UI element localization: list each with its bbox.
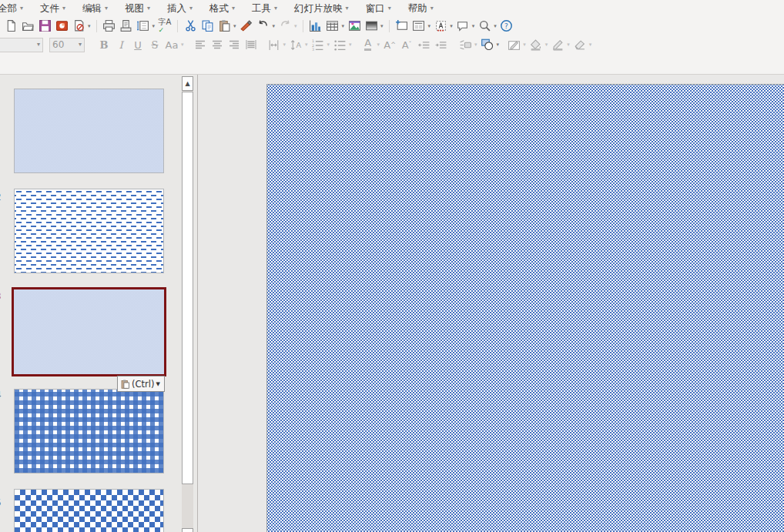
decrease-indent-button[interactable] bbox=[415, 37, 432, 53]
chevron-down-icon[interactable]: ▾ bbox=[349, 42, 352, 48]
page-setup-button[interactable] bbox=[135, 18, 152, 34]
slide-layout-button[interactable] bbox=[410, 18, 427, 34]
animation-effects-button[interactable] bbox=[457, 37, 474, 53]
numbered-list-button[interactable]: 123 bbox=[310, 37, 327, 53]
slide-thumbnail-5[interactable] bbox=[14, 489, 164, 532]
fill-color-button[interactable] bbox=[528, 37, 544, 53]
chevron-down-icon[interactable]: ▾ bbox=[233, 23, 236, 29]
chevron-down-icon[interactable]: ▾ bbox=[472, 23, 475, 29]
save-button[interactable] bbox=[36, 18, 53, 34]
text-box-button[interactable] bbox=[432, 18, 449, 34]
chevron-down-icon[interactable]: ▾ bbox=[450, 23, 453, 29]
scrollbar-thumb[interactable] bbox=[182, 92, 193, 484]
increase-font-button[interactable]: A^ bbox=[381, 37, 398, 53]
format-painter-button[interactable] bbox=[238, 18, 255, 34]
font-name-select[interactable]: ▾ bbox=[0, 38, 43, 52]
eraser-button[interactable] bbox=[571, 37, 588, 53]
comment-button[interactable] bbox=[454, 18, 471, 34]
spellcheck-button[interactable]: 字A✓ bbox=[156, 18, 173, 34]
chevron-down-icon[interactable]: ▾ bbox=[342, 23, 345, 29]
chevron-down-icon[interactable]: ▾ bbox=[497, 42, 500, 48]
menu-edit[interactable]: 编辑▾ bbox=[74, 2, 116, 15]
font-color-button[interactable]: A bbox=[360, 37, 377, 53]
justify-button[interactable] bbox=[243, 37, 260, 53]
chevron-down-icon[interactable]: ▾ bbox=[273, 23, 276, 29]
draw-freeform-button[interactable] bbox=[505, 37, 522, 53]
zoom-button[interactable] bbox=[476, 18, 493, 34]
redo-button[interactable] bbox=[276, 18, 293, 34]
thumbnail-scrollbar[interactable]: ▲ bbox=[182, 75, 194, 532]
align-right-icon bbox=[228, 38, 240, 51]
chevron-down-icon[interactable]: ▾ bbox=[474, 42, 477, 48]
slide-thumbnail-1[interactable] bbox=[14, 89, 164, 173]
chevron-down-icon[interactable]: ▾ bbox=[545, 42, 548, 48]
document-permissions-button[interactable] bbox=[70, 18, 87, 34]
bullet-list-button[interactable] bbox=[331, 37, 348, 53]
line-color-button[interactable] bbox=[549, 37, 566, 53]
undo-button[interactable] bbox=[255, 18, 272, 34]
paste-options-button[interactable]: (Ctrl) ▼ bbox=[117, 376, 165, 392]
change-case-button[interactable]: Aa bbox=[163, 37, 180, 53]
slide-canvas[interactable] bbox=[266, 84, 784, 532]
chevron-down-icon[interactable]: ▾ bbox=[283, 42, 286, 48]
align-left-button[interactable] bbox=[192, 37, 209, 53]
menu-file[interactable]: 文件▾ bbox=[32, 2, 74, 15]
page-setup-icon bbox=[136, 19, 149, 32]
scroll-up-button[interactable]: ▲ bbox=[182, 76, 193, 91]
increase-indent-button[interactable] bbox=[432, 37, 449, 53]
fill-gradient-button[interactable] bbox=[363, 18, 380, 34]
character-spacing-button[interactable] bbox=[266, 37, 283, 53]
print-preview-button[interactable] bbox=[118, 18, 135, 34]
chevron-down-icon[interactable]: ▾ bbox=[152, 23, 156, 29]
slide-layout-icon bbox=[412, 19, 425, 32]
menu-tools[interactable]: 工具▾ bbox=[243, 2, 286, 15]
export-ppt-button[interactable] bbox=[53, 18, 70, 34]
chevron-down-icon[interactable]: ▾ bbox=[305, 42, 308, 48]
menu-insert[interactable]: 插入▾ bbox=[159, 2, 201, 15]
underline-button[interactable]: U bbox=[129, 37, 146, 53]
media-gallery-button[interactable] bbox=[346, 18, 363, 34]
chevron-down-icon[interactable]: ▾ bbox=[327, 42, 330, 48]
chevron-down-icon[interactable]: ▾ bbox=[380, 23, 384, 29]
align-center-button[interactable] bbox=[209, 37, 226, 53]
insert-chart-button[interactable] bbox=[307, 18, 324, 34]
font-size-select[interactable]: ▾ bbox=[49, 38, 85, 52]
slide-thumbnail-4[interactable] bbox=[14, 389, 164, 473]
chevron-down-icon[interactable]: ▾ bbox=[428, 23, 431, 29]
paste-button[interactable] bbox=[216, 18, 233, 34]
chevron-down-icon[interactable]: ▾ bbox=[377, 42, 380, 48]
menu-format[interactable]: 格式▾ bbox=[201, 2, 243, 15]
copy-button[interactable] bbox=[199, 18, 216, 34]
shapes-button[interactable] bbox=[479, 37, 496, 53]
open-folder-icon bbox=[22, 19, 35, 32]
print-button[interactable] bbox=[101, 18, 118, 34]
italic-button[interactable]: I bbox=[112, 37, 129, 53]
strikethrough-button[interactable]: S bbox=[146, 37, 163, 53]
cut-button[interactable] bbox=[182, 18, 199, 34]
slide-thumbnail-2[interactable] bbox=[14, 189, 164, 273]
scroll-down-button[interactable] bbox=[182, 528, 193, 532]
bold-button[interactable]: B bbox=[95, 37, 112, 53]
chevron-down-icon[interactable]: ▾ bbox=[523, 42, 526, 48]
chevron-down-icon[interactable]: ▾ bbox=[567, 42, 570, 48]
menu-all[interactable]: 全部▾ bbox=[0, 2, 32, 15]
decrease-font-button[interactable]: Aˇ bbox=[398, 37, 415, 53]
menu-view[interactable]: 视图▾ bbox=[116, 2, 159, 15]
help-button[interactable]: ? bbox=[498, 18, 515, 34]
slide-thumbnail-3-selected[interactable] bbox=[12, 287, 166, 376]
chevron-down-icon[interactable]: ▾ bbox=[294, 23, 297, 29]
new-slide-button[interactable] bbox=[394, 18, 410, 34]
font-size-input[interactable] bbox=[52, 39, 74, 50]
menu-window[interactable]: 窗口▾ bbox=[357, 2, 400, 15]
open-button[interactable] bbox=[19, 18, 36, 34]
align-right-button[interactable] bbox=[226, 37, 243, 53]
menu-help[interactable]: 帮助▾ bbox=[400, 2, 442, 15]
line-spacing-button[interactable]: A bbox=[287, 37, 304, 53]
chevron-down-icon[interactable]: ▾ bbox=[494, 23, 497, 29]
chevron-down-icon[interactable]: ▾ bbox=[88, 23, 91, 29]
insert-table-button[interactable] bbox=[324, 18, 341, 34]
new-document-button[interactable] bbox=[2, 18, 19, 34]
chevron-down-icon[interactable]: ▾ bbox=[589, 42, 592, 48]
menu-slideshow[interactable]: 幻灯片放映▾ bbox=[286, 2, 357, 15]
chevron-down-icon[interactable]: ▾ bbox=[181, 42, 184, 48]
